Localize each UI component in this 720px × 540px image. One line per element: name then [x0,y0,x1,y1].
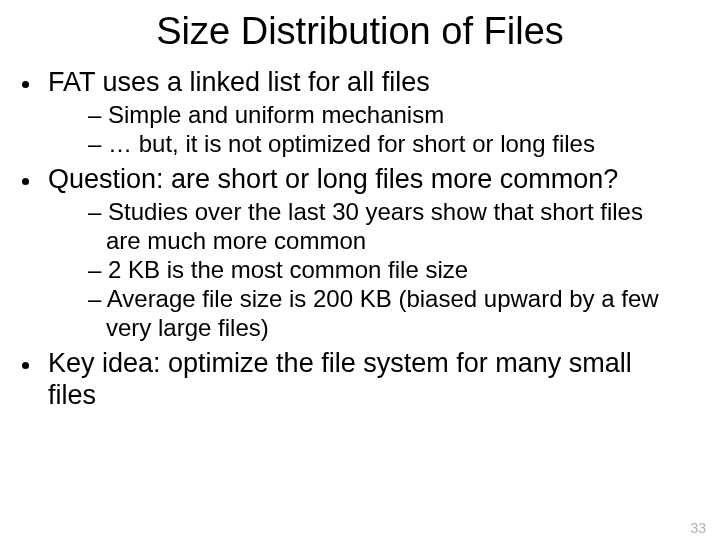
page-number: 33 [690,520,706,536]
bullet-1: FAT uses a linked list for all files Sim… [42,67,684,158]
bullet-2-sublist: Studies over the last 30 years show that… [74,198,684,342]
bullet-3-text: Key idea: optimize the file system for m… [48,348,632,410]
bullet-1-sublist: Simple and uniform mechanism … but, it i… [74,101,684,159]
slide-title: Size Distribution of Files [0,10,720,53]
bullet-2: Question: are short or long files more c… [42,164,684,341]
bullet-3: Key idea: optimize the file system for m… [42,348,684,412]
bullet-list: FAT uses a linked list for all files Sim… [28,67,720,412]
bullet-2-text: Question: are short or long files more c… [48,164,618,194]
bullet-1-text: FAT uses a linked list for all files [48,67,430,97]
bullet-2a: Studies over the last 30 years show that… [88,198,684,255]
bullet-1a: Simple and uniform mechanism [88,101,684,129]
bullet-2b: 2 KB is the most common file size [88,256,684,284]
bullet-1b: … but, it is not optimized for short or … [88,130,684,158]
slide: Size Distribution of Files FAT uses a li… [0,10,720,540]
bullet-2c: Average file size is 200 KB (biased upwa… [88,285,684,342]
